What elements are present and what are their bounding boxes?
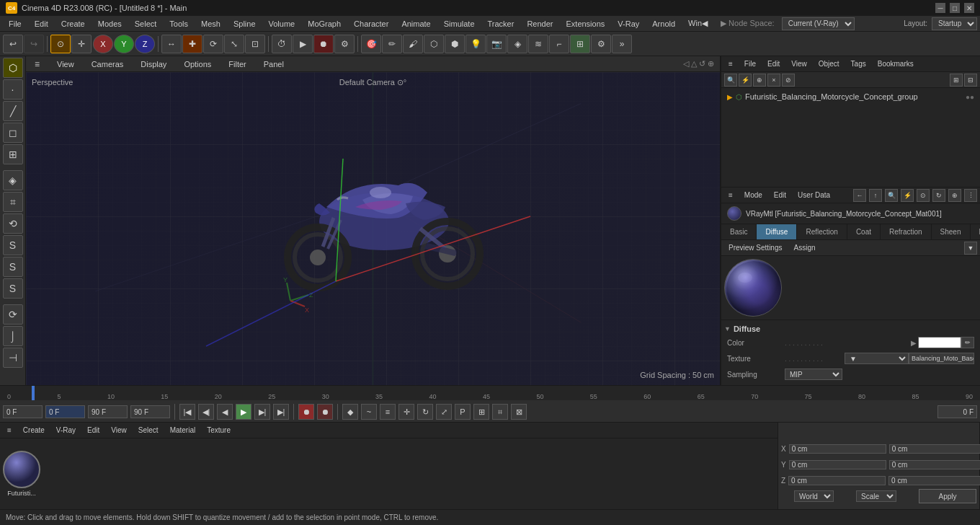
obj-filter-btn[interactable]: ⚡ — [739, 74, 752, 87]
prev-btn[interactable]: ◀ — [217, 404, 233, 420]
mat-menu-material[interactable]: Material — [166, 425, 200, 436]
reset-button[interactable]: ⊡ — [245, 35, 265, 53]
floor-btn[interactable]: ⌐ — [549, 35, 569, 53]
maximize-button[interactable]: □ — [950, 3, 960, 13]
tab-bump[interactable]: Bump — [971, 224, 981, 239]
attr-menu-mode[interactable]: Mode — [740, 190, 767, 200]
select-all-button[interactable]: ✚ — [182, 35, 202, 53]
paint-btn[interactable]: 🖌 — [403, 35, 423, 53]
obj-visibility-dots[interactable]: ●● — [966, 93, 974, 101]
menu-modes[interactable]: Modes — [92, 18, 128, 30]
vp-menu-display[interactable]: Display — [135, 58, 172, 70]
pos-x-input[interactable] — [789, 444, 886, 454]
attr-assign[interactable]: Assign — [789, 242, 819, 253]
scale-y-input[interactable] — [889, 460, 980, 469]
go-start-btn[interactable]: |◀ — [179, 404, 195, 420]
menu-character[interactable]: Character — [348, 18, 394, 30]
prev-frame-btn[interactable]: ◀| — [198, 404, 214, 420]
vp-menu-panel[interactable]: Panel — [258, 58, 290, 70]
attr-refresh-btn[interactable]: ↻ — [932, 189, 945, 202]
obj-menu-view[interactable]: View — [787, 58, 811, 69]
snap-anim-btn[interactable]: ⌗ — [492, 404, 508, 420]
z-axis-button[interactable]: Z — [135, 35, 155, 53]
mat-menu-edit[interactable]: Edit — [83, 425, 104, 436]
obj-menu-bookmarks[interactable]: Bookmarks — [873, 58, 918, 69]
timeline-ruler[interactable]: 0 5 10 15 20 25 30 35 40 45 50 55 60 65 … — [0, 386, 980, 400]
current-frame-display[interactable] — [937, 405, 977, 418]
layer-btn[interactable]: ≡ — [380, 404, 396, 420]
transform-mode-dropdown[interactable]: Scale Move Rotate — [856, 490, 896, 502]
pos-btn[interactable]: ✛ — [398, 404, 414, 420]
attr-sub-btn1[interactable]: ▼ — [964, 242, 977, 255]
tool2[interactable]: ⌗ — [3, 192, 23, 212]
undo-button[interactable]: ↩ — [3, 35, 23, 53]
layout-dropdown[interactable]: Startup — [932, 17, 977, 30]
snap-btn[interactable]: ⟳ — [3, 304, 23, 325]
attr-filter-btn[interactable]: ⚡ — [901, 189, 914, 202]
obj-btn[interactable]: ◈ — [507, 35, 527, 53]
viewport-3d[interactable]: Z Y X Perspective Default Camera ⊙° Grid… — [26, 72, 720, 385]
attr-menu-toggle[interactable]: ≡ — [724, 190, 737, 200]
key-mode-btn[interactable]: ◆ — [342, 404, 358, 420]
obj-menu-object[interactable]: Object — [814, 58, 844, 69]
material-item-1[interactable]: Futuristi... — [3, 451, 40, 497]
menu-mograph[interactable]: MoGraph — [302, 18, 347, 30]
obj-menu-toggle[interactable]: ≡ — [724, 58, 737, 69]
nodespace-dropdown[interactable]: Current (V-Ray) — [782, 17, 855, 30]
apply-button[interactable]: Apply — [919, 489, 976, 503]
attr-menu-edit[interactable]: Edit — [770, 190, 790, 200]
keyframe-input[interactable] — [45, 405, 85, 418]
camera2-btn[interactable]: 📷 — [486, 35, 507, 53]
play-btn[interactable]: ▶ — [236, 404, 251, 420]
live-select-button[interactable]: ⊙ — [50, 35, 71, 53]
move-button[interactable]: ✛ — [71, 35, 92, 53]
tool3[interactable]: ⟲ — [3, 213, 23, 234]
attr-back-btn[interactable]: ← — [853, 189, 866, 202]
attr-circle-btn[interactable]: ⊙ — [917, 189, 930, 202]
tab-refraction[interactable]: Refraction — [881, 224, 932, 239]
edge-mode-btn[interactable]: ╱ — [3, 101, 23, 121]
y-axis-button[interactable]: Y — [114, 35, 134, 53]
obj-menu-edit[interactable]: Edit — [763, 58, 784, 69]
close-button[interactable]: ✕ — [964, 3, 974, 13]
tool5[interactable]: S — [3, 257, 23, 277]
deform-btn[interactable]: ≋ — [528, 35, 548, 53]
texture-dropdown[interactable]: ▼ — [845, 353, 909, 364]
more-btn[interactable]: » — [612, 35, 632, 53]
minimize-button[interactable]: ─ — [935, 3, 945, 13]
obj-layers-btn[interactable]: ⊘ — [782, 74, 795, 87]
vp-menu-view[interactable]: View — [51, 58, 80, 70]
record-btn[interactable]: ⏺ — [313, 35, 334, 53]
tool6[interactable]: S — [3, 278, 23, 299]
mat-menu-select[interactable]: Select — [134, 425, 163, 436]
scale-model-button[interactable]: ⤡ — [224, 35, 244, 53]
point-mode-btn[interactable]: · — [3, 79, 23, 100]
menu-tracker[interactable]: Tracker — [482, 18, 520, 30]
menu-file[interactable]: File — [3, 18, 27, 30]
menu-select[interactable]: Select — [129, 18, 163, 30]
scale-z-input[interactable] — [888, 476, 980, 485]
start-frame-input[interactable] — [3, 405, 43, 418]
scale-anim-btn[interactable]: ⤢ — [436, 404, 452, 420]
mat-menu-create[interactable]: Create — [19, 425, 49, 436]
render-view-btn[interactable]: ⚙ — [334, 35, 355, 53]
menu-create[interactable]: Create — [55, 18, 91, 30]
motion-btn[interactable]: ~ — [361, 404, 377, 420]
tab-diffuse[interactable]: Diffuse — [757, 224, 797, 239]
transform-button[interactable]: ↔ — [161, 35, 182, 53]
vp-menu-cameras[interactable]: Cameras — [86, 58, 130, 70]
obj-close-btn[interactable]: × — [767, 74, 780, 87]
tool1[interactable]: ◈ — [3, 170, 23, 190]
menu-vray[interactable]: V-Ray — [612, 18, 645, 30]
perspective-btn[interactable]: 🎯 — [361, 35, 381, 53]
vp-menu-toggle[interactable]: ≡ — [29, 58, 45, 71]
scale-x-input[interactable] — [889, 444, 980, 454]
attr-add-btn[interactable]: ⊕ — [948, 189, 961, 202]
attr-search-btn[interactable]: 🔍 — [885, 189, 898, 202]
timeline-btn[interactable]: ⏱ — [272, 35, 292, 53]
vp-menu-filter[interactable]: Filter — [223, 58, 251, 70]
color-picker-btn[interactable] — [918, 337, 961, 348]
sampling-select[interactable]: MIP None SAT — [785, 369, 842, 380]
light-btn[interactable]: 💡 — [466, 35, 486, 53]
pos-z-input[interactable] — [788, 476, 886, 485]
